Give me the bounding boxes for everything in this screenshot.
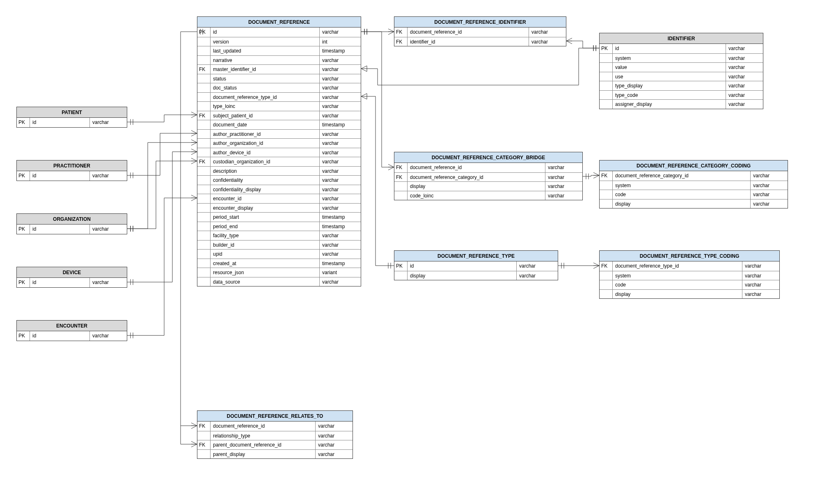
col-type: timestamp (320, 259, 361, 268)
col-name: author_practitioner_id (211, 130, 320, 139)
col-type: varchar (90, 171, 127, 181)
table-row: upidvarchar (197, 249, 361, 259)
col-type: varchar (320, 93, 361, 102)
col-key (394, 191, 408, 200)
col-type: varchar (751, 171, 788, 181)
col-key (600, 199, 613, 208)
col-key (600, 63, 613, 72)
col-name: master_identifier_id (211, 65, 320, 74)
col-name: id (30, 331, 90, 341)
col-key: FK (197, 440, 211, 449)
table-row: versionint (197, 37, 361, 46)
col-type: varchar (320, 83, 361, 92)
table-row: document_datetimestamp (197, 120, 361, 129)
col-key (197, 194, 211, 203)
col-name: relationship_type (211, 431, 316, 440)
table-body: PKidvarchar (17, 331, 127, 341)
table-row: code_loincvarchar (394, 191, 582, 200)
table-body: PKidvarchar (17, 278, 127, 287)
table-header: DOCUMENT_REFERENCE_TYPE_CODING (600, 251, 779, 261)
table-row: displayvarchar (394, 271, 558, 280)
table-doc_ref_relates_to: DOCUMENT_REFERENCE_RELATES_TOFKdocument_… (197, 410, 353, 459)
col-key (197, 37, 211, 46)
col-type: varchar (726, 63, 763, 72)
col-key: PK (17, 278, 30, 287)
col-type: varchar (320, 56, 361, 65)
col-name: encounter_display (211, 204, 320, 213)
col-type: varchar (742, 261, 779, 271)
col-type: varchar (320, 139, 361, 148)
col-type: varchar (320, 74, 361, 83)
col-key (197, 241, 211, 250)
col-type: varchar (545, 182, 582, 191)
table-row: PKidvarchar (197, 27, 361, 37)
table-row: FKdocument_reference_idvarchar (197, 422, 353, 431)
table-row: period_starttimestamp (197, 212, 361, 222)
col-name: type_code (613, 91, 726, 100)
col-key (197, 204, 211, 213)
table-row: FKcustodian_organization_idvarchar (197, 157, 361, 166)
col-key (197, 231, 211, 240)
table-row: created_attimestamp (197, 259, 361, 268)
table-row: FKparent_document_reference_idvarchar (197, 440, 353, 449)
table-body: PKidvarcharversionintlast_updatedtimesta… (197, 27, 361, 286)
col-key: FK (394, 37, 408, 46)
col-type: varchar (320, 241, 361, 250)
col-type: varchar (320, 176, 361, 185)
col-name: id (211, 27, 320, 37)
table-row: builder_idvarchar (197, 240, 361, 250)
col-key (197, 259, 211, 268)
table-header: DOCUMENT_REFERENCE (197, 17, 361, 27)
col-type: varchar (316, 450, 353, 459)
col-key (197, 139, 211, 148)
col-name: document_date (211, 120, 320, 129)
table-row: confidentialityvarchar (197, 175, 361, 185)
col-type: varchar (751, 181, 788, 190)
table-header: ENCOUNTER (17, 321, 127, 331)
table-body: FKdocument_reference_idvarcharFKidentifi… (394, 27, 566, 46)
table-row: FKidentifier_idvarchar (394, 37, 566, 46)
col-type: varchar (320, 277, 361, 286)
table-row: type_displayvarchar (600, 81, 763, 90)
table-row: document_reference_type_idvarchar (197, 92, 361, 102)
col-key (600, 54, 613, 63)
table-row: type_codevarchar (600, 90, 763, 100)
col-name: builder_id (211, 241, 320, 250)
table-row: type_loincvarchar (197, 101, 361, 111)
col-name: description (211, 167, 320, 176)
col-type: varchar (316, 431, 353, 440)
col-key (197, 213, 211, 222)
col-key: PK (17, 225, 30, 234)
table-body: PKidvarchar (17, 118, 127, 127)
col-key: FK (197, 65, 211, 74)
col-key: FK (600, 261, 613, 271)
col-type: varchar (545, 173, 582, 182)
col-name: confidentiality (211, 176, 320, 185)
col-key (197, 120, 211, 129)
col-key (600, 290, 613, 299)
table-header: IDENTIFIER (600, 33, 763, 44)
table-body: PKidvarchar (17, 225, 127, 234)
col-name: display (408, 271, 517, 280)
table-row: PKidvarchar (17, 331, 127, 341)
col-name: version (211, 37, 320, 46)
col-key (197, 176, 211, 185)
table-row: facility_typevarchar (197, 231, 361, 240)
col-name: encounter_id (211, 194, 320, 203)
table-header: DOCUMENT_REFERENCE_RELATES_TO (197, 411, 353, 422)
table-doc_ref_identifier: DOCUMENT_REFERENCE_IDENTIFIERFKdocument_… (394, 16, 566, 46)
col-name: author_organization_id (211, 139, 320, 148)
table-document_reference: DOCUMENT_REFERENCEPKidvarcharversionintl… (197, 16, 361, 286)
col-key: FK (394, 173, 408, 182)
col-key: PK (17, 118, 30, 127)
col-name: id (613, 44, 726, 53)
col-key: PK (197, 27, 211, 37)
col-key: FK (197, 157, 211, 166)
table-body: PKidvarchar (17, 171, 127, 181)
table-body: FKdocument_reference_category_idvarchars… (600, 171, 788, 208)
table-row: systemvarchar (600, 53, 763, 63)
table-header: DEVICE (17, 267, 127, 278)
col-key (394, 182, 408, 191)
col-key (394, 271, 408, 280)
col-name: document_reference_id (211, 422, 316, 431)
